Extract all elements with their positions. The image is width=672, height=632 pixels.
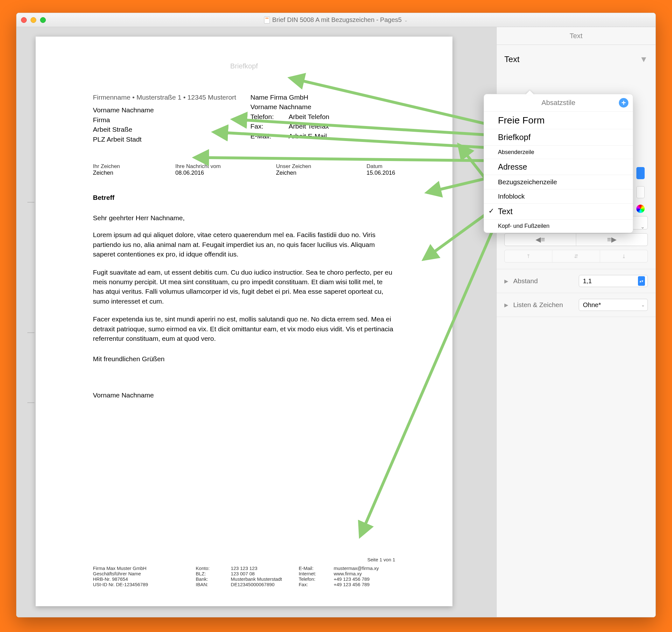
page[interactable]: Briefkopf Firmenname • Musterstraße 1 • … bbox=[35, 37, 453, 606]
stepper-icon: ▴▾ bbox=[638, 276, 645, 286]
font-select-peek[interactable] bbox=[637, 167, 645, 179]
document-icon bbox=[264, 17, 270, 24]
valign-middle-button[interactable]: ⇵ bbox=[552, 250, 600, 262]
style-adresse[interactable]: Adresse bbox=[484, 159, 633, 175]
titlebar: Brief DIN 5008 A mit Bezugszeichen - Pag… bbox=[17, 13, 655, 27]
color-picker-peek[interactable] bbox=[637, 205, 645, 213]
fold-markers bbox=[27, 27, 34, 617]
style-bezugszeichen[interactable]: Bezugszeichenzeile bbox=[484, 175, 633, 189]
vertical-align-segmented: ⤒ ⇵ ⤓ bbox=[504, 250, 648, 262]
indent-segmented: ◀︎≡ ≡▶︎ bbox=[504, 233, 648, 246]
chevron-down-icon: ⌄ bbox=[404, 18, 408, 23]
spacing-row[interactable]: ▶ Abstand 1,1 ▴▾ bbox=[497, 269, 655, 293]
disclosure-triangle-icon[interactable]: ▶ bbox=[504, 278, 508, 284]
spacing-select[interactable]: 1,1 ▴▾ bbox=[579, 275, 648, 287]
greeting[interactable]: Sehr geehrter Herr Nachname, bbox=[93, 214, 395, 222]
addr-street[interactable]: Arbeit Straße bbox=[93, 125, 238, 134]
footer-col-contact: E-Mail:mustermax@firma.xy Internet:www.f… bbox=[299, 565, 395, 587]
style-briefkopf[interactable]: Briefkopf bbox=[484, 129, 633, 146]
address-block[interactable]: Firmenname • Musterstraße 1 • 12345 Must… bbox=[93, 93, 238, 144]
window-title[interactable]: Brief DIN 5008 A mit Bezugszeichen - Pag… bbox=[17, 16, 655, 24]
chevron-down-icon: ⌄ bbox=[641, 302, 645, 307]
style-text[interactable]: Text bbox=[484, 204, 633, 219]
briefkopf-placeholder[interactable]: Briefkopf bbox=[93, 62, 395, 70]
body-text[interactable]: Lorem ipsum ad qui aliquet dolore, vitae… bbox=[93, 230, 395, 343]
style-infoblock[interactable]: Infoblock bbox=[484, 189, 633, 204]
page-footer[interactable]: Seite 1 von 1 Firma Max Muster GmbH Gesc… bbox=[93, 557, 395, 587]
title-text: Brief DIN 5008 A mit Bezugszeichen - Pag… bbox=[272, 16, 402, 24]
style-freie-form[interactable]: Freie Form bbox=[484, 112, 633, 129]
reference-row[interactable]: Ihr ZeichenZeichen Ihre Nachricht vom08.… bbox=[93, 163, 395, 176]
footer-col-bank: Konto:123 123 123 BLZ:123 007 08 Bank:Mu… bbox=[196, 565, 292, 587]
app-window: Brief DIN 5008 A mit Bezugszeichen - Pag… bbox=[16, 13, 656, 617]
popover-title: Absatzstile + bbox=[484, 94, 633, 112]
sidebar-tab-text[interactable]: Text bbox=[497, 27, 655, 45]
add-style-button[interactable]: + bbox=[619, 98, 628, 108]
paragraph-style-picker[interactable]: Text ▼ bbox=[504, 51, 648, 72]
style-absenderzeile[interactable]: Absenderzeile bbox=[484, 146, 633, 159]
chevron-down-icon: ▼ bbox=[640, 54, 648, 64]
info-block[interactable]: Name Firma GmbH Vorname Nachname Telefon… bbox=[250, 93, 395, 144]
indent-button[interactable]: ≡▶︎ bbox=[576, 234, 648, 246]
paragraph-styles-popover: Absatzstile + Freie Form Briefkopf Absen… bbox=[484, 94, 633, 233]
valign-bottom-button[interactable]: ⤓ bbox=[600, 250, 648, 262]
addr-firma[interactable]: Firma bbox=[93, 115, 238, 125]
closing[interactable]: Mit freundlichen Grüßen bbox=[93, 355, 395, 363]
signature-name[interactable]: Vorname Nachname bbox=[93, 392, 395, 399]
addr-city[interactable]: PLZ Arbeit Stadt bbox=[93, 135, 238, 144]
disclosure-triangle-icon[interactable]: ▶ bbox=[504, 302, 508, 308]
gear-chevron-peek[interactable]: ⌄ bbox=[641, 224, 645, 230]
outdent-button[interactable]: ◀︎≡ bbox=[505, 234, 576, 246]
subject[interactable]: Betreff bbox=[93, 194, 395, 202]
valign-top-button[interactable]: ⤒ bbox=[505, 250, 552, 262]
lists-select[interactable]: Ohne* ⌄ bbox=[579, 299, 648, 311]
lists-row[interactable]: ▶ Listen & Zeichen Ohne* ⌄ bbox=[497, 293, 655, 317]
addr-name[interactable]: Vorname Nachname bbox=[93, 106, 238, 115]
current-style-label: Text bbox=[504, 54, 520, 64]
page-number: Seite 1 von 1 bbox=[93, 557, 395, 562]
sender-line[interactable]: Firmenname • Musterstraße 1 • 12345 Must… bbox=[93, 93, 238, 102]
size-stepper-peek[interactable] bbox=[637, 186, 645, 198]
document-canvas[interactable]: Briefkopf Firmenname • Musterstraße 1 • … bbox=[17, 27, 496, 617]
footer-col-company: Firma Max Muster GmbH Geschäftsführer Na… bbox=[93, 565, 189, 587]
style-kopf-fuss[interactable]: Kopf- und Fußzeilen bbox=[484, 219, 633, 233]
